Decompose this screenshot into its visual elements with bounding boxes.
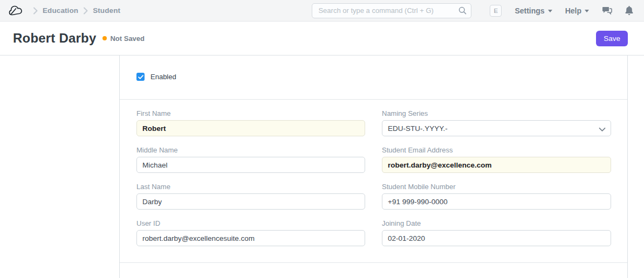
middle-name-input[interactable] [136,157,365,173]
enabled-checkbox[interactable] [136,73,145,81]
help-label: Help [565,6,581,15]
field-student-mobile: Student Mobile Number [382,183,611,210]
field-label: Student Email Address [382,146,611,154]
chevron-right-icon [83,7,88,15]
form-column-right: Naming Series EDU-STU-.YYYY.- Student Em… [382,109,611,256]
chevron-right-icon [33,7,38,15]
breadcrumb-student[interactable]: Student [93,6,120,15]
status-label: Not Saved [110,34,145,43]
field-user-id: User ID [136,219,365,246]
field-label: First Name [136,109,365,117]
field-last-name: Last Name [136,183,365,210]
enabled-checkbox-row[interactable]: Enabled [136,73,611,81]
enabled-label: Enabled [150,73,176,81]
settings-label: Settings [515,6,544,15]
page-content: Enabled First Name Middle Name Last Name [0,55,644,278]
search-input[interactable] [312,3,471,18]
section-next [120,263,627,277]
section-details: First Name Middle Name Last Name User ID [120,100,627,263]
logo-cloud-icon[interactable] [9,5,23,16]
navbar: Education Student E Settings Help [0,0,644,22]
caret-down-icon [585,10,589,12]
field-label: Middle Name [136,146,365,154]
field-label: User ID [136,219,365,227]
page-header: Robert Darby Not Saved Save [0,22,644,55]
last-name-input[interactable] [136,193,365,210]
global-search [312,3,471,18]
form-layout: Enabled First Name Middle Name Last Name [119,55,628,278]
form-column-left: First Name Middle Name Last Name User ID [136,109,365,256]
naming-series-value: EDU-STU-.YYYY.- [388,124,448,133]
status-indicator: Not Saved [102,34,145,43]
chat-icon[interactable] [602,6,612,15]
navbar-right: E Settings Help [490,5,633,17]
status-dot-icon [102,36,107,40]
bell-icon[interactable] [625,6,633,15]
user-id-input[interactable] [136,230,365,246]
field-joining-date: Joining Date [382,219,611,246]
first-name-input[interactable] [136,120,365,136]
field-middle-name: Middle Name [136,146,365,173]
search-icon [458,6,467,17]
joining-date-input[interactable] [382,230,611,246]
naming-series-select[interactable]: EDU-STU-.YYYY.- [382,120,611,136]
save-button[interactable]: Save [596,31,628,46]
field-label: Naming Series [382,109,611,117]
student-mobile-input[interactable] [382,193,611,210]
field-naming-series: Naming Series EDU-STU-.YYYY.- [382,109,611,136]
student-email-input[interactable] [382,157,611,173]
field-student-email: Student Email Address [382,146,611,173]
section-enabled: Enabled [120,55,627,100]
breadcrumb-education[interactable]: Education [43,6,78,15]
field-label: Student Mobile Number [382,183,611,191]
settings-menu[interactable]: Settings [515,6,552,15]
caret-down-icon [548,10,552,12]
help-menu[interactable]: Help [565,6,589,15]
chevron-down-icon [599,126,606,134]
field-label: Last Name [136,183,365,191]
field-first-name: First Name [136,109,365,136]
field-label: Joining Date [382,219,611,227]
page-title: Robert Darby [13,31,96,46]
avatar[interactable]: E [490,5,502,17]
